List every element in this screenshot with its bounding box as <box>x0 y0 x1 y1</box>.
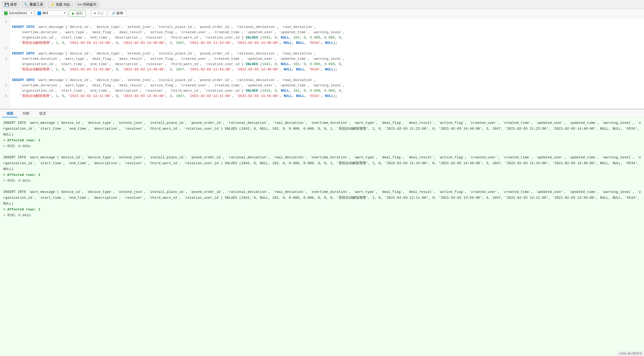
toolbar: 💾 保存 🔧 重建工具 ⚡ 实践 SQL <> 代码提示 <box>0 0 644 9</box>
result-time-2: > 时间: 0.003s <box>3 178 641 184</box>
save-label: 保存 <box>10 2 17 7</box>
host-chevron-icon: ▼ <box>31 12 32 15</box>
host-selector[interactable]: localhost ▼ <box>2 10 34 16</box>
code-hint-button[interactable]: <> 代码提示 <box>75 1 99 8</box>
sql-editor-content: 1 2 3 4 5 6 INSERT INTO `warn_message`(`… <box>0 18 644 109</box>
db-icon <box>37 11 41 15</box>
tab-info[interactable]: 信息 <box>2 110 18 117</box>
result-sql-1: INSERT INTO `warn_message`(`device_id`, … <box>3 120 641 138</box>
line-num-blank-5 <box>0 99 9 109</box>
line-num-3: 3 <box>0 56 9 62</box>
sql-editor-text[interactable]: INSERT INTO `warn_message`(`device_id`, … <box>10 18 644 109</box>
connection-bar: localhost ▼ db1 ▼ ▶ 运行 · ■ 停止 🔗 解释 <box>0 9 644 18</box>
result-block-2: INSERT INTO `warn_message`(`device_id`, … <box>3 155 641 184</box>
separator: · <box>87 11 89 15</box>
stop-button[interactable]: ■ 停止 <box>91 10 107 16</box>
rebuild-icon: 🔧 <box>24 2 28 7</box>
line-numbers: 1 2 3 4 5 6 <box>0 18 10 109</box>
result-affected-2: > Affected rows: 1 <box>3 172 641 178</box>
explain-icon: 🔗 <box>111 11 115 15</box>
tab-status-label: 状态 <box>39 112 46 116</box>
db-chevron-icon: ▼ <box>64 12 66 15</box>
main-layout: 1 2 3 4 5 6 INSERT INTO `warn_message`(`… <box>0 18 644 356</box>
db-selector[interactable]: db1 ▼ <box>36 10 67 16</box>
connection-status-icon <box>4 11 8 15</box>
code-hint-label: 代码提示 <box>83 2 97 7</box>
result-sql-3: INSERT INTO `warn_message`(`device_id`, … <box>3 189 641 207</box>
db-label: db1 <box>42 11 48 15</box>
tab-info-label: 信息 <box>6 112 13 116</box>
line-num-blank-4 <box>0 88 9 94</box>
tab-analyze-label: 剖析 <box>23 112 30 116</box>
line-num-5: 5 <box>0 94 9 99</box>
stop-label: 停止 <box>97 11 104 16</box>
results-content: INSERT INTO `warn_message`(`device_id`, … <box>0 118 644 356</box>
play-icon: ▶ <box>72 11 75 15</box>
result-time-3: > 时间: 0.002s <box>3 213 641 218</box>
sql-editor[interactable]: 1 2 3 4 5 6 INSERT INTO `warn_message`(`… <box>0 18 644 109</box>
exec-icon: ⚡ <box>50 2 55 7</box>
tabs-bar: 信息 剖析 状态 <box>0 109 644 118</box>
exec-sql-button[interactable]: ⚡ 实践 SQL <box>48 1 73 8</box>
line-num-blank-1 <box>0 24 9 46</box>
host-label: localhost <box>9 11 27 15</box>
tab-status[interactable]: 状态 <box>35 110 50 117</box>
exec-sql-label: 实践 SQL <box>56 2 71 7</box>
stop-icon: ■ <box>94 11 96 15</box>
run-button[interactable]: ▶ 运行 <box>69 10 86 16</box>
run-label: 运行 <box>76 11 83 16</box>
footer-bar: CSDN @12程序员 <box>617 351 644 356</box>
line-num-4: 4 <box>0 83 9 88</box>
line-num-1: 1 <box>0 19 9 24</box>
bottom-panel: 信息 剖析 状态 INSERT INTO `warn_message`(`dev… <box>0 109 644 356</box>
line-num-blank-3 <box>0 62 9 83</box>
line-num-blank-2 <box>0 51 9 56</box>
explain-label: 解释 <box>116 11 123 16</box>
line-num-2: 2 <box>0 46 9 51</box>
explain-button[interactable]: 🔗 解释 <box>109 10 126 16</box>
save-button[interactable]: 💾 保存 <box>2 1 19 8</box>
tab-analyze[interactable]: 剖析 <box>19 110 34 117</box>
save-icon: 💾 <box>5 2 9 7</box>
result-block-1: INSERT INTO `warn_message`(`device_id`, … <box>3 120 641 149</box>
rebuild-label: 重建工具 <box>29 2 43 7</box>
footer-text: CSDN @12程序员 <box>619 352 642 355</box>
result-block-3: INSERT INTO `warn_message`(`device_id`, … <box>3 189 641 218</box>
code-icon: <> <box>77 2 82 7</box>
result-affected-3: > Affected rows: 1 <box>3 207 641 213</box>
result-time-1: > 时间: 0.006s <box>3 143 641 149</box>
rebuild-tool-button[interactable]: 🔧 重建工具 <box>21 1 46 8</box>
result-sql-2: INSERT INTO `warn_message`(`device_id`, … <box>3 155 641 172</box>
result-affected-1: > Affected rows: 1 <box>3 138 641 143</box>
